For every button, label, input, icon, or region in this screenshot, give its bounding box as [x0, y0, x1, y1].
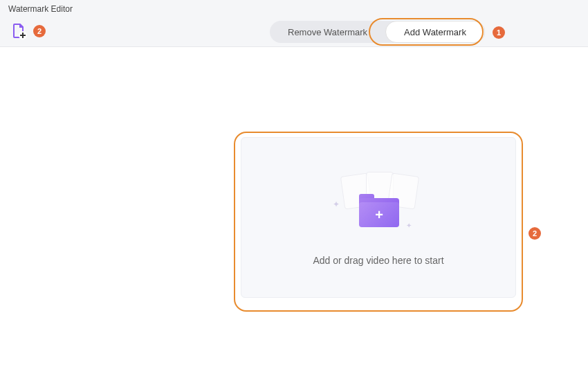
annotation-badge-1: 1 — [493, 26, 505, 39]
sparkle-icon: ✦ — [406, 222, 412, 229]
tab-group: Remove Watermark Add Watermark — [270, 21, 485, 43]
window-title: Watermark Editor — [8, 4, 73, 14]
dropzone-illustration: ✦ ✦ + — [330, 169, 427, 238]
annotation-badge-2-top: 2 — [33, 25, 46, 37]
file-add-wrap: 2 — [10, 22, 46, 40]
sparkle-icon: ✦ — [333, 199, 340, 209]
file-add-button[interactable] — [10, 22, 28, 40]
dropzone-label: Add or drag video here to start — [313, 255, 443, 266]
header-bar: Watermark Editor 2 Remove Watermark Add … — [0, 0, 588, 47]
file-add-icon — [10, 23, 27, 39]
tab-add-watermark[interactable]: Add Watermark — [385, 21, 485, 43]
main-area: ✦ ✦ + Add or drag video here to start 2 — [0, 47, 588, 374]
folder-add-icon: + — [359, 194, 399, 226]
video-dropzone[interactable]: ✦ ✦ + Add or drag video here to start — [241, 137, 516, 298]
tab-remove-watermark[interactable]: Remove Watermark — [270, 21, 385, 43]
annotation-badge-2-side: 2 — [529, 227, 541, 240]
